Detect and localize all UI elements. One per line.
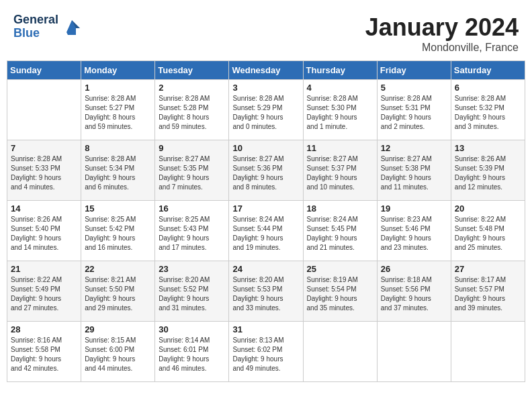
day-number: 20: [455, 203, 521, 214]
calendar-cell: 13Sunrise: 8:26 AMSunset: 5:39 PMDayligh…: [451, 140, 525, 201]
calendar-cell: 7Sunrise: 8:28 AMSunset: 5:33 PMDaylight…: [7, 140, 81, 201]
day-number: 23: [159, 264, 225, 274]
calendar-cell: [451, 322, 525, 382]
calendar-cell: 5Sunrise: 8:28 AMSunset: 5:31 PMDaylight…: [377, 80, 451, 140]
day-info: Sunrise: 8:14 AMSunset: 6:01 PMDaylight:…: [159, 336, 225, 373]
calendar-cell: 16Sunrise: 8:25 AMSunset: 5:43 PMDayligh…: [155, 201, 229, 261]
day-number: 22: [85, 264, 151, 274]
calendar-week-row: 1Sunrise: 8:28 AMSunset: 5:27 PMDaylight…: [7, 80, 525, 140]
calendar-week-row: 7Sunrise: 8:28 AMSunset: 5:33 PMDaylight…: [7, 140, 525, 201]
day-number: 24: [232, 264, 299, 274]
calendar-cell: 29Sunrise: 8:15 AMSunset: 6:00 PMDayligh…: [81, 322, 155, 382]
calendar-cell: 28Sunrise: 8:16 AMSunset: 5:58 PMDayligh…: [7, 322, 81, 382]
location-subtitle: Mondonville, France: [365, 42, 519, 54]
day-info: Sunrise: 8:24 AMSunset: 5:45 PMDaylight:…: [307, 215, 373, 253]
day-number: 4: [307, 83, 373, 93]
day-number: 3: [232, 83, 299, 93]
calendar-table: SundayMondayTuesdayWednesdayThursdayFrid…: [7, 60, 525, 382]
day-info: Sunrise: 8:23 AMSunset: 5:46 PMDaylight:…: [381, 215, 447, 253]
calendar-cell: [377, 322, 451, 382]
day-number: 13: [455, 143, 521, 153]
calendar-cell: 4Sunrise: 8:28 AMSunset: 5:30 PMDaylight…: [303, 80, 377, 140]
calendar-cell: [7, 80, 81, 140]
day-number: 9: [159, 143, 225, 153]
day-of-week-header: Monday: [81, 61, 155, 80]
calendar-week-row: 14Sunrise: 8:26 AMSunset: 5:40 PMDayligh…: [7, 201, 525, 261]
day-of-week-header: Sunday: [7, 61, 81, 80]
day-number: 10: [232, 143, 299, 153]
calendar-cell: 22Sunrise: 8:21 AMSunset: 5:50 PMDayligh…: [81, 261, 155, 322]
day-of-week-header: Wednesday: [229, 61, 303, 80]
calendar-cell: 26Sunrise: 8:18 AMSunset: 5:56 PMDayligh…: [377, 261, 451, 322]
day-number: 28: [11, 324, 77, 334]
day-number: 8: [85, 143, 151, 153]
day-of-week-header: Thursday: [303, 61, 377, 80]
calendar-cell: 19Sunrise: 8:23 AMSunset: 5:46 PMDayligh…: [377, 201, 451, 261]
day-info: Sunrise: 8:15 AMSunset: 6:00 PMDaylight:…: [85, 336, 151, 373]
calendar-cell: 15Sunrise: 8:25 AMSunset: 5:42 PMDayligh…: [81, 201, 155, 261]
day-number: 21: [11, 264, 77, 274]
logo-line2: Blue: [13, 27, 58, 40]
day-number: 1: [85, 83, 151, 93]
day-number: 29: [85, 324, 151, 334]
day-number: 17: [232, 203, 299, 214]
day-info: Sunrise: 8:26 AMSunset: 5:39 PMDaylight:…: [455, 154, 521, 192]
day-number: 12: [381, 143, 447, 153]
day-info: Sunrise: 8:28 AMSunset: 5:30 PMDaylight:…: [307, 94, 373, 132]
day-number: 16: [159, 203, 225, 214]
day-number: 19: [381, 203, 447, 214]
day-info: Sunrise: 8:28 AMSunset: 5:29 PMDaylight:…: [232, 94, 299, 132]
day-info: Sunrise: 8:27 AMSunset: 5:36 PMDaylight:…: [232, 154, 299, 192]
calendar-cell: 24Sunrise: 8:20 AMSunset: 5:53 PMDayligh…: [229, 261, 303, 322]
calendar-cell: 30Sunrise: 8:14 AMSunset: 6:01 PMDayligh…: [155, 322, 229, 382]
day-number: 15: [85, 203, 151, 214]
day-number: 5: [381, 83, 447, 93]
calendar-cell: 17Sunrise: 8:24 AMSunset: 5:44 PMDayligh…: [229, 201, 303, 261]
page-header: General Blue January 2024 Mondonville, F…: [7, 7, 525, 57]
day-info: Sunrise: 8:19 AMSunset: 5:54 PMDaylight:…: [307, 275, 373, 313]
day-number: 11: [307, 143, 373, 153]
calendar-cell: 2Sunrise: 8:28 AMSunset: 5:28 PMDaylight…: [155, 80, 229, 140]
day-info: Sunrise: 8:21 AMSunset: 5:50 PMDaylight:…: [85, 275, 151, 313]
day-info: Sunrise: 8:28 AMSunset: 5:32 PMDaylight:…: [455, 94, 521, 132]
day-number: 2: [159, 83, 225, 93]
calendar-cell: 9Sunrise: 8:27 AMSunset: 5:35 PMDaylight…: [155, 140, 229, 201]
day-info: Sunrise: 8:28 AMSunset: 5:31 PMDaylight:…: [381, 94, 447, 132]
day-info: Sunrise: 8:28 AMSunset: 5:34 PMDaylight:…: [85, 154, 151, 192]
calendar-cell: 14Sunrise: 8:26 AMSunset: 5:40 PMDayligh…: [7, 201, 81, 261]
calendar-cell: 27Sunrise: 8:17 AMSunset: 5:57 PMDayligh…: [451, 261, 525, 322]
calendar-cell: 8Sunrise: 8:28 AMSunset: 5:34 PMDaylight…: [81, 140, 155, 201]
calendar-cell: 18Sunrise: 8:24 AMSunset: 5:45 PMDayligh…: [303, 201, 377, 261]
day-of-week-header: Tuesday: [155, 61, 229, 80]
calendar-cell: 11Sunrise: 8:27 AMSunset: 5:37 PMDayligh…: [303, 140, 377, 201]
day-number: 18: [307, 203, 373, 214]
logo-line1: General: [13, 13, 58, 27]
calendar-cell: 21Sunrise: 8:22 AMSunset: 5:49 PMDayligh…: [7, 261, 81, 322]
calendar-week-row: 21Sunrise: 8:22 AMSunset: 5:49 PMDayligh…: [7, 261, 525, 322]
day-number: 25: [307, 264, 373, 274]
calendar-cell: 1Sunrise: 8:28 AMSunset: 5:27 PMDaylight…: [81, 80, 155, 140]
day-info: Sunrise: 8:27 AMSunset: 5:37 PMDaylight:…: [307, 154, 373, 192]
logo: General Blue: [13, 13, 83, 40]
day-of-week-header: Friday: [377, 61, 451, 80]
day-number: 27: [455, 264, 521, 274]
day-info: Sunrise: 8:17 AMSunset: 5:57 PMDaylight:…: [455, 275, 521, 313]
day-info: Sunrise: 8:24 AMSunset: 5:44 PMDaylight:…: [232, 215, 299, 253]
calendar-cell: [303, 322, 377, 382]
calendar-header-row: SundayMondayTuesdayWednesdayThursdayFrid…: [7, 61, 525, 80]
day-info: Sunrise: 8:25 AMSunset: 5:43 PMDaylight:…: [159, 215, 225, 253]
day-info: Sunrise: 8:22 AMSunset: 5:49 PMDaylight:…: [11, 275, 77, 313]
day-info: Sunrise: 8:16 AMSunset: 5:58 PMDaylight:…: [11, 336, 77, 373]
calendar-week-row: 28Sunrise: 8:16 AMSunset: 5:58 PMDayligh…: [7, 322, 525, 382]
day-info: Sunrise: 8:27 AMSunset: 5:35 PMDaylight:…: [159, 154, 225, 192]
day-info: Sunrise: 8:28 AMSunset: 5:28 PMDaylight:…: [159, 94, 225, 132]
calendar-cell: 3Sunrise: 8:28 AMSunset: 5:29 PMDaylight…: [229, 80, 303, 140]
day-number: 26: [381, 264, 447, 274]
day-number: 30: [159, 324, 225, 334]
day-info: Sunrise: 8:22 AMSunset: 5:48 PMDaylight:…: [455, 215, 521, 253]
calendar-cell: 10Sunrise: 8:27 AMSunset: 5:36 PMDayligh…: [229, 140, 303, 201]
day-info: Sunrise: 8:13 AMSunset: 6:02 PMDaylight:…: [232, 336, 299, 373]
day-info: Sunrise: 8:27 AMSunset: 5:38 PMDaylight:…: [381, 154, 447, 192]
day-info: Sunrise: 8:20 AMSunset: 5:53 PMDaylight:…: [232, 275, 299, 313]
day-number: 6: [455, 83, 521, 93]
